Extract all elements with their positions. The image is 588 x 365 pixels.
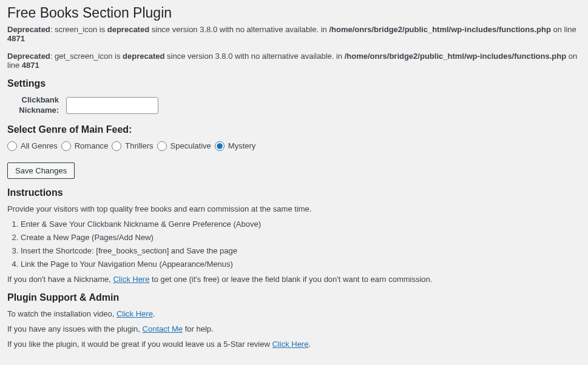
nickname-note-post: to get one (it's free) or leave the fiel… [149, 275, 432, 284]
instruction-step: Create a New Page (Pages/Add New) [21, 233, 581, 242]
nickname-note-pre: If you don't have a Nickname, [7, 275, 113, 284]
genre-option[interactable]: All Genres [7, 141, 58, 151]
instructions-intro: Provide your visitors with top quality f… [7, 204, 581, 213]
save-button[interactable]: Save Changes [7, 162, 75, 179]
rating-post: . [308, 340, 311, 349]
settings-heading: Settings [7, 78, 581, 89]
issues-note: If you have any issues with the plugin, … [7, 324, 581, 333]
genre-radio[interactable] [112, 141, 121, 151]
genre-radio[interactable] [7, 141, 17, 151]
genre-radio[interactable] [215, 141, 225, 151]
genre-radio-label: Thrillers [125, 141, 153, 150]
genre-option[interactable]: Romance [61, 141, 109, 151]
genre-option[interactable]: Thrillers [112, 141, 153, 151]
genre-radio[interactable] [61, 141, 71, 151]
rating-pre: If you like the plugin, it would be grea… [7, 340, 272, 349]
page-title: Free Books Section Plugin [7, 5, 581, 21]
support-heading: Plugin Support & Admin [7, 292, 581, 303]
genre-radio-label: All Genres [21, 141, 58, 150]
nickname-link[interactable]: Click Here [113, 275, 149, 284]
genre-heading: Select Genre of Main Feed: [7, 124, 581, 135]
deprecation-notice: Deprecated: get_screen_icon is deprecate… [7, 52, 581, 70]
nickname-row: Clickbank Nickname: [7, 95, 581, 116]
rating-note: If you like the plugin, it would be grea… [7, 340, 581, 349]
instructions-list: Enter & Save Your Clickbank Nickname & G… [21, 219, 581, 269]
instruction-step: Insert the Shortcode: [free_books_sectio… [21, 246, 581, 255]
rating-link[interactable]: Click Here [272, 340, 308, 349]
genre-option[interactable]: Speculative [157, 141, 211, 151]
genre-option[interactable]: Mystery [215, 141, 256, 151]
genre-radio-label: Romance [75, 141, 109, 150]
deprecation-notice: Deprecated: screen_icon is deprecated si… [7, 25, 581, 43]
issues-post: for help. [183, 324, 214, 333]
video-link[interactable]: Click Here [117, 309, 153, 318]
video-post: . [153, 309, 155, 318]
genre-radio[interactable] [157, 141, 167, 151]
genre-radio-label: Mystery [228, 141, 256, 150]
instruction-step: Link the Page to Your Navigation Menu (A… [21, 260, 581, 269]
nickname-label: Clickbank Nickname: [7, 95, 59, 116]
instructions-heading: Instructions [7, 187, 581, 198]
issues-link[interactable]: Contact Me [143, 324, 183, 333]
video-note: To watch the installation video, Click H… [7, 309, 581, 318]
genre-radio-label: Speculative [171, 141, 211, 150]
nickname-note: If you don't have a Nickname, Click Here… [7, 275, 581, 284]
instruction-step: Enter & Save Your Clickbank Nickname & G… [21, 219, 581, 229]
video-pre: To watch the installation video, [7, 309, 117, 318]
issues-pre: If you have any issues with the plugin, [7, 324, 143, 333]
genre-radio-group: All GenresRomanceThrillersSpeculativeMys… [7, 141, 581, 153]
nickname-input[interactable] [66, 97, 158, 114]
